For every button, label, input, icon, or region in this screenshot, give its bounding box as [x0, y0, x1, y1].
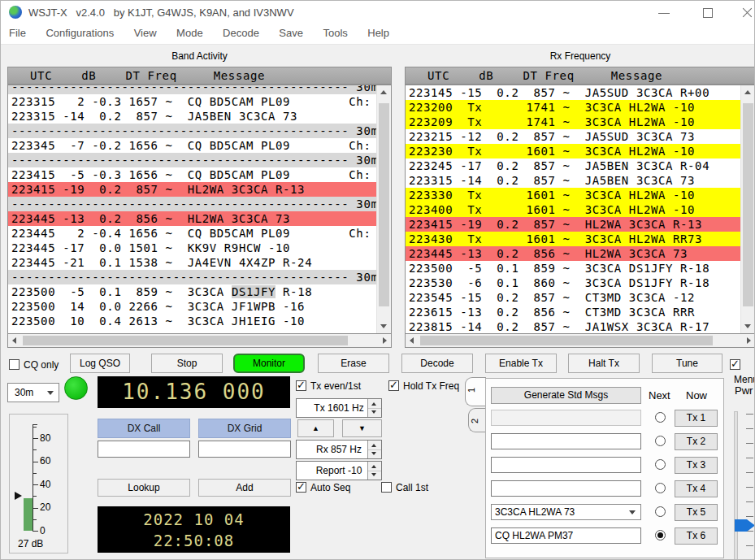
- decode-row[interactable]: 223500 -5 0.1 859 ~ 3C3CA DS1JFY R-18: [8, 284, 377, 299]
- band-activity-vscrollbar[interactable]: [376, 85, 391, 333]
- cq-only-checkbox[interactable]: [9, 359, 20, 370]
- scroll-thumb[interactable]: [743, 103, 753, 306]
- decode-row[interactable]: 223445 -13 0.2 856 ~ HL2WA 3C3CA 73: [8, 211, 377, 226]
- decode-row[interactable]: 223345 -7 -0.2 1656 ~ CQ BD5CAM PL09 Ch:: [8, 138, 377, 153]
- tx4-message-input[interactable]: [491, 480, 641, 497]
- rx-freq-spinner[interactable]: Rx 857 Hz: [296, 440, 382, 459]
- menu-save[interactable]: Save: [271, 24, 311, 39]
- tx3-next-radio[interactable]: [655, 459, 666, 470]
- decode-row[interactable]: 223445 2 -0.4 1656 ~ CQ BD5CAM PL09 Ch:: [8, 226, 377, 241]
- menus-checkbox[interactable]: [730, 359, 740, 370]
- decode-row[interactable]: 223500 10 0.4 2613 ~ 3C3CA JH1EIG -10: [8, 314, 377, 328]
- tx6-now-button[interactable]: Tx 6: [675, 527, 718, 545]
- decode-row[interactable]: 223430 Tx 1601 ~ 3C3CA HL2WA RR73: [406, 232, 741, 246]
- dx-grid-input[interactable]: [198, 441, 291, 458]
- enable-tx-button[interactable]: Enable Tx: [485, 354, 557, 373]
- report-spinner[interactable]: Report -10: [296, 461, 382, 480]
- decode-row[interactable]: 223315 -14 0.2 857 ~ JA5BEN 3C3CA 73: [8, 109, 377, 124]
- decode-row[interactable]: 223500 14 0.0 2266 ~ 3C3CA JF1WPB -16: [8, 299, 377, 314]
- spinner-buttons[interactable]: [367, 462, 381, 480]
- dx-call-input[interactable]: [98, 441, 190, 458]
- auto-seq-checkbox[interactable]: [296, 482, 306, 493]
- band-separator-row[interactable]: ----------------------------------------…: [8, 124, 377, 138]
- add-button[interactable]: Add: [198, 479, 291, 497]
- spinner-buttons[interactable]: [367, 441, 381, 458]
- tab-1[interactable]: 1: [465, 377, 486, 406]
- dx-grid-button[interactable]: DX Grid: [198, 419, 291, 438]
- menu-help[interactable]: Help: [359, 24, 397, 39]
- call-1st-checkbox[interactable]: [381, 482, 392, 493]
- decode-row[interactable]: 223315 2 -0.3 1657 ~ CQ BD5CAM PL09 Ch:: [8, 94, 377, 109]
- generate-std-msgs-button[interactable]: Generate Std Msgs: [491, 387, 641, 404]
- menu-tools[interactable]: Tools: [315, 24, 355, 39]
- decode-row[interactable]: 223530 -6 0.1 860 ~ 3C3CA DS1JFY R-18: [406, 276, 741, 290]
- scroll-thumb[interactable]: [23, 336, 348, 345]
- tx1-next-radio[interactable]: [655, 412, 666, 423]
- decode-row[interactable]: 223415 -19 0.2 857 ~ HL2WA 3C3CA R-13: [8, 182, 377, 197]
- decode-row[interactable]: 223615 -13 0.2 856 ~ CT3MD 3C3CA RRR: [406, 305, 741, 319]
- hold-tx-freq-checkbox[interactable]: [388, 380, 399, 391]
- halt-tx-button[interactable]: Halt Tx: [568, 354, 640, 373]
- decode-row[interactable]: 223315 -14 0.2 857 ~ JA5BEN 3C3CA 73: [406, 173, 741, 188]
- decode-row[interactable]: 223230 Tx 1601 ~ 3C3CA HL2WA -10: [406, 144, 741, 158]
- close-button[interactable]: [730, 1, 755, 24]
- monitor-button[interactable]: Monitor: [233, 354, 305, 373]
- decode-row[interactable]: 223209 Tx 1741 ~ 3C3CA HL2WA -10: [406, 115, 741, 129]
- maximize-button[interactable]: [691, 1, 727, 24]
- tx2-next-radio[interactable]: [655, 436, 666, 446]
- tx3-message-input[interactable]: [491, 457, 641, 473]
- decode-row[interactable]: 223200 Tx 1741 ~ 3C3CA HL2WA -10: [406, 100, 741, 115]
- decode-button[interactable]: Decode: [401, 354, 473, 373]
- tx3-now-button[interactable]: Tx 3: [675, 457, 718, 474]
- decode-row[interactable]: 223215 -12 0.2 857 ~ JA5SUD 3C3CA 73: [406, 129, 741, 144]
- band-select[interactable]: 30m: [7, 383, 59, 402]
- tx5-next-radio[interactable]: [655, 506, 666, 517]
- tx1-message-input[interactable]: [491, 410, 641, 426]
- band-separator-row[interactable]: ----------------------------------------…: [8, 197, 377, 211]
- decode-row[interactable]: 223445 -21 0.1 1538 ~ JA4EVN 4X4ZP R-24: [8, 255, 377, 270]
- tx-even-checkbox[interactable]: [296, 380, 306, 391]
- pwr-slider-track[interactable]: [734, 411, 738, 560]
- decode-row[interactable]: 223245 -17 0.2 857 ~ JA5BEN 3C3CA R-04: [406, 158, 741, 173]
- menu-view[interactable]: View: [126, 24, 165, 39]
- dx-call-button[interactable]: DX Call: [98, 419, 190, 438]
- band-activity-hscrollbar[interactable]: [7, 334, 392, 348]
- scroll-thumb[interactable]: [379, 103, 389, 306]
- rx-frequency-vscrollbar[interactable]: [740, 85, 755, 333]
- minimize-button[interactable]: [647, 1, 683, 24]
- decode-row[interactable]: 223545 -15 0.2 857 ~ CT3MD 3C3CA -12: [406, 290, 741, 305]
- band-separator-row[interactable]: ----------------------------------------…: [8, 270, 377, 284]
- tx2-now-button[interactable]: Tx 2: [675, 433, 718, 450]
- tx4-now-button[interactable]: Tx 4: [675, 480, 718, 497]
- decode-row[interactable]: 223145 -15 0.2 857 ~ JA5SUD 3C3CA R+00: [406, 85, 741, 100]
- menu-decode[interactable]: Decode: [215, 24, 267, 39]
- log-qso-button[interactable]: Log QSO: [70, 354, 130, 373]
- scroll-thumb[interactable]: [420, 336, 713, 345]
- tx6-next-radio[interactable]: [655, 530, 666, 540]
- tx1-now-button[interactable]: Tx 1: [675, 410, 718, 427]
- decode-row[interactable]: 223815 -14 0.2 857 ~ JA1WSX 3C3CA R-17: [406, 319, 741, 333]
- band-separator-row[interactable]: ----------------------------------------…: [8, 153, 377, 167]
- erase-button[interactable]: Erase: [318, 354, 389, 373]
- decode-row[interactable]: 223400 Tx 1601 ~ 3C3CA HL2WA -10: [406, 202, 741, 217]
- tune-button[interactable]: Tune: [652, 354, 722, 373]
- tab-2[interactable]: 2: [468, 408, 486, 432]
- menu-configurations[interactable]: Configurations: [37, 24, 122, 39]
- decode-row[interactable]: 223415 -19 0.2 857 ~ HL2WA 3C3CA R-13: [406, 217, 741, 232]
- lookup-button[interactable]: Lookup: [98, 479, 190, 497]
- decode-row[interactable]: 223415 -5 -0.3 1656 ~ CQ BD5CAM PL09 Ch:: [8, 167, 377, 182]
- tx4-next-radio[interactable]: [655, 483, 666, 493]
- spinner-buttons[interactable]: [367, 399, 381, 417]
- decode-row[interactable]: 223500 -5 0.1 859 ~ 3C3CA DS1JFY R-18: [406, 261, 741, 276]
- tx5-now-button[interactable]: Tx 5: [675, 504, 718, 521]
- tx2-message-input[interactable]: [491, 433, 641, 449]
- tx5-message-combo[interactable]: 3C3CA HL2WA 73: [491, 504, 641, 520]
- freq-down-button[interactable]: ▼: [342, 419, 382, 437]
- decode-row[interactable]: 223330 Tx 1601 ~ 3C3CA HL2WA -10: [406, 188, 741, 202]
- band-separator-row[interactable]: ----------------------------------------…: [8, 85, 377, 94]
- stop-button[interactable]: Stop: [151, 354, 223, 373]
- decode-row[interactable]: 223445 -17 0.0 1501 ~ KK9V R9HCW -10: [8, 241, 377, 255]
- rx-frequency-hscrollbar[interactable]: [405, 334, 755, 348]
- decode-row[interactable]: 223445 -13 0.2 856 ~ HL2WA 3C3CA 73: [406, 246, 741, 261]
- tx6-message-input[interactable]: [491, 527, 641, 544]
